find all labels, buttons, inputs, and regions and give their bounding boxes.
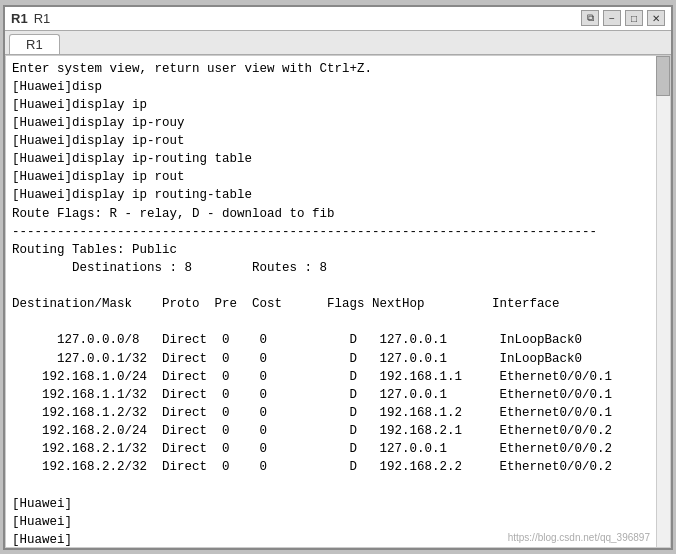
scrollbar[interactable] [656,56,670,547]
title-bar-left: R1 R1 [11,11,50,26]
watermark: https://blog.csdn.net/qq_396897 [508,532,650,543]
window-title: R1 [34,11,51,26]
window-icon: R1 [11,11,28,26]
tab-r1[interactable]: R1 [9,34,60,54]
title-bar: R1 R1 ⧉ − □ ✕ [5,7,671,31]
restore-button[interactable]: ⧉ [581,10,599,26]
tab-bar: R1 [5,31,671,55]
maximize-button[interactable]: □ [625,10,643,26]
main-window: R1 R1 ⧉ − □ ✕ R1 Enter system view, retu… [3,5,673,550]
close-button[interactable]: ✕ [647,10,665,26]
scrollbar-thumb[interactable] [656,56,670,96]
terminal-area: Enter system view, return user view with… [5,55,671,548]
title-bar-buttons: ⧉ − □ ✕ [581,10,665,26]
minimize-button[interactable]: − [603,10,621,26]
terminal-content[interactable]: Enter system view, return user view with… [6,56,670,547]
